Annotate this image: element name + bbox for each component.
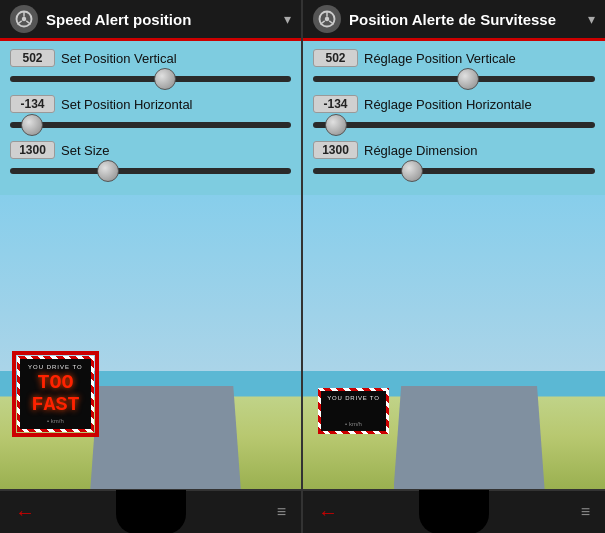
bottom-bar-french: ← ≡ <box>303 489 605 533</box>
widget-line1-fr <box>327 403 380 419</box>
bottom-bar-english: ← ≡ <box>0 489 301 533</box>
svg-point-6 <box>325 17 330 22</box>
slider-track <box>10 122 291 128</box>
back-button-french[interactable]: ← <box>318 501 338 524</box>
menu-button-french[interactable]: ≡ <box>581 503 590 521</box>
value-horizontal-english: -134 <box>10 95 55 113</box>
menu-button-english[interactable]: ≡ <box>277 503 286 521</box>
slider-horizontal-english[interactable] <box>10 115 291 135</box>
widget-sub-fr: • km/h <box>327 421 380 427</box>
value-size-french: 1300 <box>313 141 358 159</box>
slider-thumb-size-fr[interactable] <box>401 160 423 182</box>
steering-wheel-icon <box>10 5 38 33</box>
widget-top-text: YOU DRIVE TO <box>28 364 83 370</box>
widget-line1: TOO <box>28 372 83 394</box>
speed-alert-widget-french: YOU DRIVE TO • km/h <box>318 388 389 434</box>
bottom-notch-fr <box>419 490 489 533</box>
slider-track <box>10 168 291 174</box>
wifi-icon-english: ▾ <box>284 11 291 27</box>
slider-thumb-vertical[interactable] <box>154 68 176 90</box>
sky-bg <box>0 195 301 371</box>
svg-point-1 <box>22 17 27 22</box>
controls-english: 502 Set Position Vertical -134 Set Posit… <box>0 41 301 195</box>
value-size-english: 1300 <box>10 141 55 159</box>
value-horizontal-french: -134 <box>313 95 358 113</box>
slider-size-french[interactable] <box>313 161 595 181</box>
app-container: Speed Alert position ▾ 502 Set Position … <box>0 0 605 533</box>
header-english: Speed Alert position ▾ <box>0 0 301 41</box>
header-french: Position Alerte de Survitesse ▾ <box>303 0 605 41</box>
widget-line2: FAST <box>28 394 83 416</box>
control-vertical-french: 502 Réglage Position Verticale <box>313 49 595 89</box>
panel-english: Speed Alert position ▾ 502 Set Position … <box>0 0 302 533</box>
control-horizontal-english: -134 Set Position Horizontal <box>10 95 291 135</box>
slider-vertical-english[interactable] <box>10 69 291 89</box>
slider-horizontal-french[interactable] <box>313 115 595 135</box>
slider-size-english[interactable] <box>10 161 291 181</box>
control-size-french: 1300 Réglage Dimension <box>313 141 595 181</box>
label-horizontal-french: Réglage Position Horizontale <box>364 97 532 112</box>
label-vertical-french: Réglage Position Verticale <box>364 51 516 66</box>
label-size-english: Set Size <box>61 143 109 158</box>
value-vertical-french: 502 <box>313 49 358 67</box>
slider-track <box>313 122 595 128</box>
value-vertical-english: 502 <box>10 49 55 67</box>
wifi-icon-french: ▾ <box>588 11 595 27</box>
panel-title-english: Speed Alert position <box>46 11 276 28</box>
control-size-english: 1300 Set Size <box>10 141 291 181</box>
label-size-french: Réglage Dimension <box>364 143 477 158</box>
widget-top-text-fr: YOU DRIVE TO <box>327 395 380 401</box>
main-scene-english: YOU DRIVE TO TOO FAST • km/h <box>0 195 301 489</box>
slider-track <box>10 76 291 82</box>
steering-wheel-icon-fr <box>313 5 341 33</box>
widget-sub: • km/h <box>28 418 83 424</box>
panel-french: Position Alerte de Survitesse ▾ 502 Régl… <box>303 0 605 533</box>
speed-alert-widget-english: YOU DRIVE TO TOO FAST • km/h <box>15 354 96 434</box>
control-vertical-english: 502 Set Position Vertical <box>10 49 291 89</box>
slider-thumb-horizontal[interactable] <box>21 114 43 136</box>
label-horizontal-english: Set Position Horizontal <box>61 97 193 112</box>
road-surface <box>90 386 241 489</box>
road-surface-fr <box>394 386 545 489</box>
back-button-english[interactable]: ← <box>15 501 35 524</box>
slider-vertical-french[interactable] <box>313 69 595 89</box>
slider-thumb-vertical-fr[interactable] <box>457 68 479 90</box>
slider-track <box>313 168 595 174</box>
panel-title-french: Position Alerte de Survitesse <box>349 11 580 28</box>
slider-thumb-size[interactable] <box>97 160 119 182</box>
sky-bg-fr <box>303 195 605 371</box>
bottom-notch <box>116 490 186 533</box>
controls-french: 502 Réglage Position Verticale -134 Régl… <box>303 41 605 195</box>
slider-track <box>313 76 595 82</box>
main-scene-french: YOU DRIVE TO • km/h <box>303 195 605 489</box>
slider-thumb-horizontal-fr[interactable] <box>325 114 347 136</box>
label-vertical-english: Set Position Vertical <box>61 51 177 66</box>
control-horizontal-french: -134 Réglage Position Horizontale <box>313 95 595 135</box>
